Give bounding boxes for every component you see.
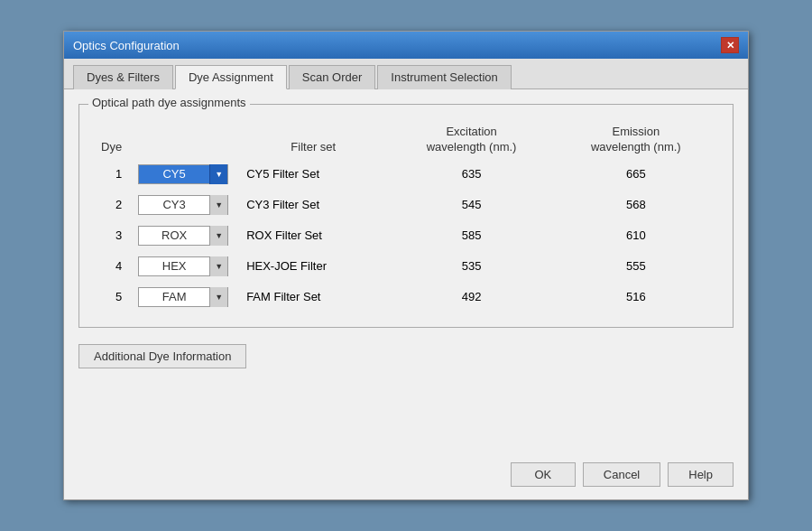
emission-wavelength: 610 <box>554 220 718 251</box>
additional-dye-info-button[interactable]: Additional Dye Information <box>78 344 246 368</box>
dye-number: 5 <box>94 282 129 312</box>
excitation-wavelength: 635 <box>389 159 553 190</box>
dye-number: 1 <box>94 159 129 190</box>
col-header-dropdown <box>129 121 237 159</box>
filter-set-label: ROX Filter Set <box>237 220 389 251</box>
emission-wavelength: 665 <box>554 159 718 190</box>
excitation-wavelength: 492 <box>389 282 553 312</box>
dialog-footer: OK Cancel Help <box>64 453 748 499</box>
dye-dropdown-rox[interactable]: ROX▼ <box>138 226 228 246</box>
tab-instrument-selection[interactable]: Instrument Selection <box>377 65 512 89</box>
excitation-wavelength: 535 <box>389 251 553 282</box>
filter-set-label: HEX-JOE Filter <box>237 251 389 282</box>
dye-number: 2 <box>94 190 129 220</box>
cancel-button[interactable]: Cancel <box>583 462 660 487</box>
dye-select-cell: CY5▼ <box>129 159 237 190</box>
ok-button[interactable]: OK <box>511 462 576 487</box>
table-row: 4HEX▼HEX-JOE Filter535555 <box>94 251 718 282</box>
dye-label: CY5 <box>139 167 209 181</box>
dye-select-cell: ROX▼ <box>129 220 237 251</box>
dropdown-arrow-icon[interactable]: ▼ <box>209 164 227 184</box>
col-header-dye: Dye <box>94 121 129 159</box>
dye-dropdown-cy3[interactable]: CY3▼ <box>138 195 228 215</box>
dye-select-cell: FAM▼ <box>129 282 237 312</box>
additional-info-section: Additional Dye Information <box>78 344 734 368</box>
excitation-wavelength: 545 <box>389 190 553 220</box>
filter-set-label: CY3 Filter Set <box>237 190 389 220</box>
title-bar: Optics Configuration ✕ <box>64 32 748 59</box>
group-legend: Optical path dye assignments <box>88 96 250 109</box>
table-row: 3ROX▼ROX Filter Set585610 <box>94 220 718 251</box>
dye-number: 4 <box>94 251 129 282</box>
dye-label: ROX <box>139 228 209 242</box>
dye-number: 3 <box>94 220 129 251</box>
emission-wavelength: 555 <box>554 251 718 282</box>
close-button[interactable]: ✕ <box>721 37 739 53</box>
col-header-filter-set: Filter set <box>237 121 389 159</box>
dye-label: FAM <box>139 290 209 303</box>
dye-label: HEX <box>139 259 209 273</box>
emission-wavelength: 516 <box>554 282 718 312</box>
col-header-emission: Emissionwavelength (nm.) <box>554 121 718 159</box>
dropdown-arrow-icon[interactable]: ▼ <box>209 287 227 307</box>
tab-content: Optical path dye assignments Dye Filter … <box>64 89 748 453</box>
emission-wavelength: 568 <box>554 190 718 220</box>
dye-select-cell: HEX▼ <box>129 251 237 282</box>
dye-dropdown-cy5[interactable]: CY5▼ <box>138 164 228 184</box>
dialog-title: Optics Configuration <box>73 39 180 52</box>
dye-dropdown-fam[interactable]: FAM▼ <box>138 287 228 307</box>
table-row: 1CY5▼CY5 Filter Set635665 <box>94 159 718 190</box>
table-row: 5FAM▼FAM Filter Set492516 <box>94 282 718 312</box>
filter-set-label: FAM Filter Set <box>237 282 389 312</box>
dye-dropdown-hex[interactable]: HEX▼ <box>138 256 228 276</box>
dye-assignments-table: Dye Filter set Excitationwavelength (nm.… <box>94 121 718 312</box>
tab-bar: Dyes & Filters Dye Assignment Scan Order… <box>64 59 748 89</box>
optical-path-group: Optical path dye assignments Dye Filter … <box>78 104 734 328</box>
dye-select-cell: CY3▼ <box>129 190 237 220</box>
optics-configuration-dialog: Optics Configuration ✕ Dyes & Filters Dy… <box>63 31 749 500</box>
table-row: 2CY3▼CY3 Filter Set545568 <box>94 190 718 220</box>
dropdown-arrow-icon[interactable]: ▼ <box>209 256 227 276</box>
help-button[interactable]: Help <box>668 462 734 487</box>
excitation-wavelength: 585 <box>389 220 553 251</box>
tab-dye-assignment[interactable]: Dye Assignment <box>175 65 287 89</box>
dye-label: CY3 <box>139 198 209 211</box>
dropdown-arrow-icon[interactable]: ▼ <box>209 226 227 246</box>
tab-dyes-filters[interactable]: Dyes & Filters <box>73 65 173 89</box>
tab-scan-order[interactable]: Scan Order <box>289 65 375 89</box>
filter-set-label: CY5 Filter Set <box>237 159 389 190</box>
col-header-excitation: Excitationwavelength (nm.) <box>389 121 553 159</box>
dropdown-arrow-icon[interactable]: ▼ <box>209 195 227 215</box>
